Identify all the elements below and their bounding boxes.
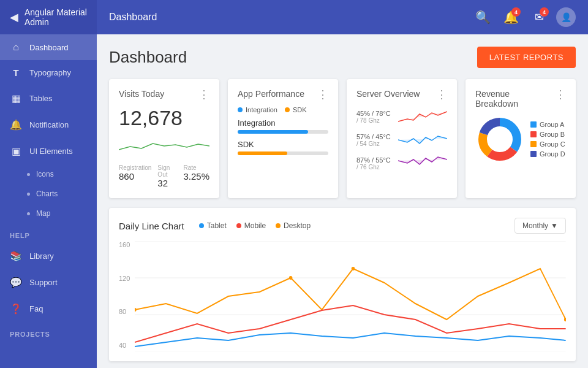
stat-rate-label: Rate xyxy=(183,164,209,171)
server-mini-chart-2 xyxy=(398,131,447,148)
ui-elements-icon: ▣ xyxy=(10,145,22,157)
sidebar-item-support[interactable]: 💬 Support xyxy=(0,269,97,296)
tablet-label: Tablet xyxy=(207,221,227,230)
section-projects: PROJECTS xyxy=(0,322,97,342)
library-icon: 📚 xyxy=(10,250,22,262)
desktop-line xyxy=(135,269,566,320)
performance-card: App Performance ⋮ Integration SDK Integr… xyxy=(228,79,338,198)
page-header: Dashboard Latest Reports xyxy=(109,47,576,68)
page-body: Dashboard Latest Reports Visits Today ⋮ … xyxy=(97,34,588,368)
visits-card-header: Visits Today ⋮ xyxy=(119,89,209,100)
y-label-160: 160 xyxy=(119,241,130,248)
server-row-2-temp: 57% / 45°C xyxy=(356,133,391,140)
performance-card-menu[interactable]: ⋮ xyxy=(317,89,328,100)
desktop-point xyxy=(289,276,293,280)
latest-reports-button[interactable]: Latest Reports xyxy=(477,47,576,68)
back-icon[interactable]: ◀ xyxy=(10,10,18,24)
line-chart-card: Daily Line Chart Tablet Mobile Deskto xyxy=(109,208,576,361)
stat-registration-value: 860 xyxy=(119,171,151,182)
chart-header: Daily Line Chart Tablet Mobile Deskto xyxy=(119,218,566,234)
stat-registration-label: Registration xyxy=(119,164,151,171)
sidebar-item-tables[interactable]: ▦ Tables xyxy=(0,85,97,112)
server-rows: 45% / 78°C / 78 Ghz 57% / 45°C / 54 Ghz xyxy=(356,106,447,174)
message-button[interactable]: ✉ 4 xyxy=(528,6,550,28)
visits-card-title: Visits Today xyxy=(119,89,164,99)
sidebar-sub-label: Map xyxy=(36,209,50,218)
section-help: HELP xyxy=(0,223,97,243)
sidebar-sub-item-icons[interactable]: Icons xyxy=(0,164,97,184)
performance-bars: Integration SDK xyxy=(238,118,328,155)
sidebar-sub-item-charts[interactable]: Charts xyxy=(0,184,97,204)
revenue-card-menu[interactable]: ⋮ xyxy=(555,89,566,100)
group-a-color xyxy=(530,121,537,128)
revenue-card: Revenue Breakdown ⋮ xyxy=(466,79,576,198)
visits-card-menu[interactable]: ⋮ xyxy=(198,89,209,100)
sdk-bar-label: SDK xyxy=(238,140,328,149)
legend-desktop: Desktop xyxy=(276,221,311,230)
desktop-dot xyxy=(276,223,281,228)
revenue-card-subtitle: Breakdown xyxy=(475,99,518,109)
server-card-title: Server Overview xyxy=(356,89,420,99)
performance-legend: Integration SDK xyxy=(238,106,328,113)
avatar[interactable]: 👤 xyxy=(556,7,576,27)
integration-bar-fill xyxy=(238,130,308,134)
monthly-button[interactable]: Monthly ▼ xyxy=(514,218,566,234)
sidebar-item-faq[interactable]: ❓ Faq xyxy=(0,296,97,322)
home-icon: ⌂ xyxy=(10,42,22,53)
sidebar-item-label: Tables xyxy=(29,94,53,103)
notification-button[interactable]: 🔔 4 xyxy=(500,6,522,28)
topbar: Dashboard 🔍 🔔 4 ✉ 4 👤 xyxy=(97,0,588,34)
group-d-color xyxy=(530,151,537,157)
sidebar-item-label: Faq xyxy=(29,304,43,313)
sdk-dot xyxy=(285,107,290,112)
search-button[interactable]: 🔍 xyxy=(472,6,494,28)
y-label-80: 80 xyxy=(119,308,130,315)
chart-body: 160 120 80 40 xyxy=(119,241,566,351)
group-d-label: Group D xyxy=(540,150,565,158)
desktop-point xyxy=(135,308,137,312)
typography-icon: T xyxy=(10,67,22,78)
sidebar-sub-item-map[interactable]: Map xyxy=(0,204,97,223)
stat-signout: Sign Out 32 xyxy=(157,164,177,188)
legend-tablet: Tablet xyxy=(199,221,227,230)
server-row-3-temp: 87% / 55°C xyxy=(356,156,391,164)
server-card-menu[interactable]: ⋮ xyxy=(436,89,447,100)
group-b-color xyxy=(530,131,537,137)
dot-icon xyxy=(27,173,30,176)
server-row-1: 45% / 78°C / 78 Ghz xyxy=(356,106,447,127)
sidebar-item-label: UI Elements xyxy=(29,147,73,156)
server-row-3-sub: / 76 Ghz xyxy=(356,164,391,171)
message-badge: 4 xyxy=(540,7,549,17)
group-a-label: Group A xyxy=(540,121,564,128)
stat-signout-label: Sign Out xyxy=(157,164,177,178)
sidebar-item-notification[interactable]: 🔔 Notification xyxy=(0,112,97,138)
legend-integration: Integration xyxy=(238,106,277,113)
sidebar: ◀ Angular Material Admin ⌂ Dashboard T T… xyxy=(0,0,97,368)
tablet-line xyxy=(135,333,566,347)
sidebar-item-typography[interactable]: T Typography xyxy=(0,60,97,85)
chart-title: Daily Line Chart xyxy=(119,221,184,231)
sidebar-item-label: Notification xyxy=(29,120,69,129)
visits-card: Visits Today ⋮ 12,678 Registration 860 S… xyxy=(109,79,219,198)
server-row-1-info: 45% / 78°C / 78 Ghz xyxy=(356,110,391,124)
tablet-dot xyxy=(199,223,204,228)
visits-sparkline xyxy=(119,137,209,156)
topbar-icons: 🔍 🔔 4 ✉ 4 👤 xyxy=(472,6,576,28)
y-label-120: 120 xyxy=(119,275,130,282)
chart-legend: Tablet Mobile Desktop xyxy=(199,221,311,230)
sidebar-header: ◀ Angular Material Admin xyxy=(0,0,97,34)
sidebar-sub-label: Charts xyxy=(36,190,58,198)
sidebar-item-dashboard[interactable]: ⌂ Dashboard xyxy=(0,34,97,60)
group-c-label: Group C xyxy=(540,140,565,148)
chart-header-left: Daily Line Chart Tablet Mobile Deskto xyxy=(119,221,311,231)
revenue-card-header: Revenue Breakdown ⋮ xyxy=(475,89,566,109)
group-c-color xyxy=(530,141,537,147)
sidebar-item-ui-elements[interactable]: ▣ UI Elements xyxy=(0,138,97,164)
mobile-dot xyxy=(236,223,241,228)
server-row-3-info: 87% / 55°C / 76 Ghz xyxy=(356,156,391,171)
notification-badge: 4 xyxy=(511,7,521,17)
sdk-bar-bg xyxy=(238,151,328,155)
server-mini-chart-1 xyxy=(398,108,447,125)
sidebar-item-library[interactable]: 📚 Library xyxy=(0,243,97,269)
sidebar-item-label: Library xyxy=(29,251,54,261)
